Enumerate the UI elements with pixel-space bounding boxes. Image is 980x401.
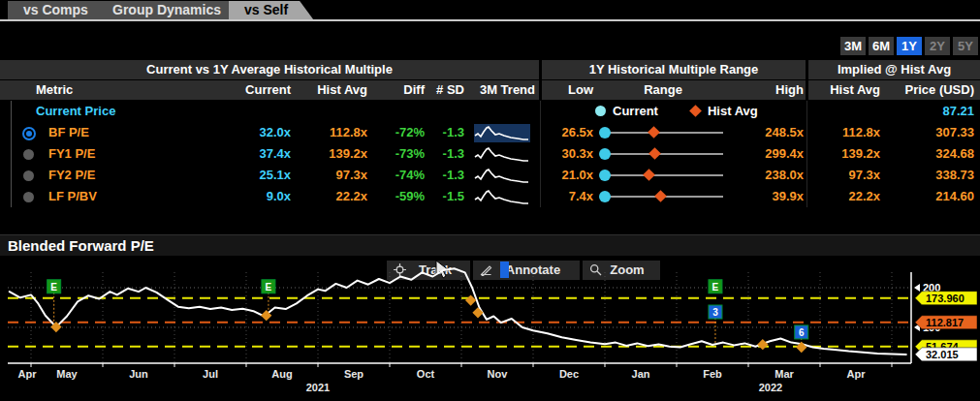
col-low: Low: [542, 80, 593, 100]
tab-bar: vs Comps Group Dynamics vs Self: [0, 0, 980, 21]
current-price-label: Current Price: [36, 101, 215, 122]
table-row[interactable]: FY1 P/E37.4x139.2x-73%-1.330.3x299.4x139…: [0, 143, 980, 165]
col-high: High: [732, 80, 804, 100]
group-header-range: 1Y Historical Multiple Range: [542, 60, 806, 79]
sd-value: -1.3: [428, 122, 464, 143]
svg-text:E: E: [266, 282, 272, 293]
col-metric: Metric: [36, 80, 73, 100]
svg-text:3: 3: [712, 307, 718, 318]
group-header-right-label: Implied @ Hist Avg: [808, 60, 980, 79]
svg-text:Jun: Jun: [129, 368, 148, 380]
group-header-mid-label: 1Y Historical Multiple Range: [542, 60, 806, 79]
svg-text:2022: 2022: [759, 382, 782, 393]
low-value: 7.4x: [541, 186, 593, 207]
tab-group-dynamics[interactable]: Group Dynamics: [97, 1, 246, 19]
high-value: 299.4x: [732, 143, 804, 165]
svg-text:E: E: [50, 282, 57, 293]
low-value: 26.5x: [541, 122, 593, 143]
metric-radio[interactable]: [26, 131, 32, 137]
col-implied-price: Price (USD): [884, 80, 974, 100]
trend-sparkline: [474, 188, 530, 206]
trend-sparkline: [474, 145, 530, 164]
slider-hist-avg-diamond: [648, 147, 661, 160]
col-diff: Diff: [372, 80, 425, 100]
metric-radio[interactable]: [23, 192, 34, 202]
metric-table-body: Current Price CurrentHist Avg 87.21 BF P…: [0, 101, 980, 209]
metric-label: LF P/BV: [48, 186, 228, 207]
range-slider: [599, 186, 727, 207]
diff-value: -59%: [372, 186, 425, 207]
range-button-3m[interactable]: 3M: [840, 37, 866, 55]
table-row[interactable]: FY2 P/E25.1x97.3x-74%-1.321.0x238.0x97.3…: [0, 165, 980, 186]
slider-current-dot: [599, 170, 611, 181]
sd-value: -1.3: [428, 143, 464, 165]
range-slider: [599, 143, 727, 165]
implied-price: 324.68: [884, 143, 974, 165]
col-implied-hist-avg: Hist Avg: [810, 80, 880, 100]
chart-header: Blended Forward P/E: [0, 234, 980, 256]
tab-underline: [0, 19, 980, 21]
slider-hist-avg-diamond: [643, 169, 655, 181]
implied-price: 338.73: [884, 165, 974, 186]
legend-hist-avg-label: Hist Avg: [708, 104, 758, 118]
svg-text:Dec: Dec: [559, 368, 579, 380]
range-button-2y[interactable]: 2Y: [925, 37, 950, 55]
table-row[interactable]: BF P/E32.0x112.8x-72%-1.326.5x248.5x112.…: [0, 122, 980, 143]
column-header-band-mid: Low Range High: [542, 80, 806, 100]
range-slider: [599, 165, 727, 186]
slider-hist-avg-diamond: [654, 190, 667, 202]
hist-avg-multiple: 139.2x: [296, 143, 367, 165]
range-button-5y[interactable]: 5Y: [953, 37, 978, 55]
diff-value: -74%: [372, 165, 425, 186]
svg-text:May: May: [56, 368, 78, 380]
svg-text:Oct: Oct: [417, 368, 435, 380]
svg-text:173.960: 173.960: [926, 293, 964, 304]
implied-price: 214.60: [884, 186, 974, 207]
svg-text:Jan: Jan: [632, 368, 650, 380]
metric-label: FY2 P/E: [48, 165, 228, 186]
svg-text:Feb: Feb: [703, 368, 722, 380]
high-value: 238.0x: [732, 165, 804, 186]
trend-sparkline: [474, 124, 530, 142]
implied-hist-avg: 97.3x: [810, 165, 880, 186]
svg-text:6: 6: [799, 327, 805, 338]
implied-hist-avg: 22.2x: [810, 186, 880, 207]
col-hist-avg: Hist Avg: [296, 80, 367, 100]
slider-hist-avg-diamond: [648, 126, 660, 139]
svg-text:Nov: Nov: [488, 368, 509, 380]
legend-current-label: Current: [613, 104, 658, 118]
current-multiple: 37.4x: [231, 143, 291, 165]
metric-radio[interactable]: [23, 149, 34, 160]
implied-hist-avg: 139.2x: [810, 143, 880, 165]
col-3m-trend: 3M Trend: [469, 80, 535, 100]
price-chart[interactable]: EEE36AprMayJunJulAugSepOctNovDecJanFebMa…: [0, 255, 980, 401]
low-value: 30.3x: [541, 143, 593, 165]
legend-hist-avg-icon: [689, 105, 702, 117]
tab-vs-self[interactable]: vs Self: [229, 1, 313, 19]
implied-hist-avg: 112.8x: [810, 122, 880, 143]
slider-current-dot: [599, 148, 611, 160]
table-row[interactable]: LF P/BV9.0x22.2x-59%-1.57.4x39.9x22.2x21…: [0, 186, 980, 207]
low-value: 21.0x: [541, 165, 593, 186]
metric-radio[interactable]: [23, 170, 34, 181]
trend-sparkline-cell: [474, 166, 530, 185]
diff-value: -72%: [372, 122, 425, 143]
current-multiple: 25.1x: [231, 165, 291, 186]
range-button-6m[interactable]: 6M: [869, 37, 894, 55]
diff-value: -73%: [372, 143, 425, 165]
group-header-current-vs-avg: Current vs 1Y Average Historical Multipl…: [0, 60, 539, 79]
col-current: Current: [231, 80, 291, 100]
high-value: 248.5x: [732, 122, 804, 143]
slider-current-dot: [599, 191, 611, 202]
svg-text:Apr: Apr: [18, 368, 38, 380]
range-button-1y[interactable]: 1Y: [897, 37, 922, 55]
high-value: 39.9x: [732, 186, 804, 207]
svg-text:Aug: Aug: [271, 368, 292, 380]
slider-current-dot: [599, 127, 611, 139]
svg-text:112.817: 112.817: [926, 317, 964, 328]
trend-sparkline-cell: [474, 144, 530, 164]
trend-sparkline-cell: [474, 187, 530, 206]
svg-text:Apr: Apr: [847, 368, 867, 380]
range-legend: CurrentHist Avg: [595, 101, 758, 122]
slider-track: [603, 174, 723, 176]
